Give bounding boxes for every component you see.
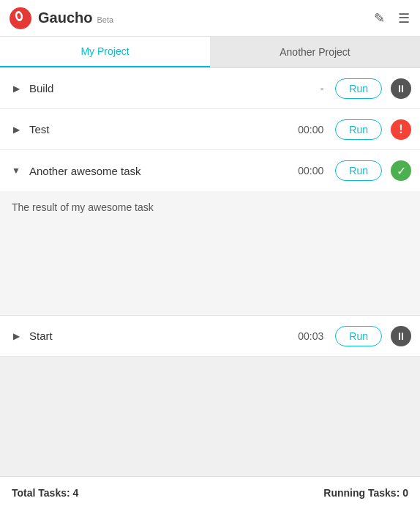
task-row-start: ▶ Start 00:03 Run ⏸: [0, 316, 420, 357]
main-content: ▶ Build - Run ⏸ ▶ Test 00:00 Run ! ▼ Ano…: [0, 68, 420, 476]
run-button-start[interactable]: Run: [335, 326, 382, 346]
task-name-start: Start: [29, 330, 282, 342]
status-icon-test: !: [391, 119, 411, 140]
chevron-another-awesome[interactable]: ▼: [9, 163, 23, 179]
tab-my-project[interactable]: My Project: [0, 37, 210, 67]
task-result-another-awesome: The result of my awesome task: [0, 191, 420, 316]
edit-button[interactable]: ✎: [372, 10, 386, 26]
chevron-start[interactable]: ▶: [9, 328, 23, 344]
run-button-test[interactable]: Run: [335, 119, 382, 140]
chevron-build[interactable]: ▶: [9, 81, 23, 97]
header-icons: ✎ ☰: [372, 10, 411, 26]
task-time-build: -: [288, 83, 323, 94]
content-spacer: [0, 357, 420, 476]
task-time-start: 00:03: [288, 330, 323, 342]
total-tasks-label: Total Tasks: 4: [12, 487, 78, 499]
task-time-test: 00:00: [288, 124, 323, 135]
tab-another-project[interactable]: Another Project: [210, 37, 420, 67]
task-row-build: ▶ Build - Run ⏸: [0, 68, 420, 109]
task-row-another-awesome: ▼ Another awesome task 00:00 Run ✓: [0, 150, 420, 191]
status-icon-build: ⏸: [391, 78, 411, 99]
tabs: My Project Another Project: [0, 37, 420, 68]
beta-badge: Beta: [97, 15, 113, 24]
logo-icon: [9, 7, 32, 30]
task-row-test: ▶ Test 00:00 Run !: [0, 109, 420, 150]
header: Gaucho Beta ✎ ☰: [0, 0, 420, 37]
task-name-build: Build: [29, 82, 282, 94]
run-button-build[interactable]: Run: [335, 78, 382, 99]
menu-button[interactable]: ☰: [397, 10, 411, 26]
running-tasks-label: Running Tasks: 0: [323, 487, 408, 499]
task-name-another-awesome: Another awesome task: [29, 165, 282, 177]
status-icon-another-awesome: ✓: [391, 160, 411, 181]
task-time-another-awesome: 00:00: [288, 165, 323, 177]
chevron-test[interactable]: ▶: [9, 122, 23, 138]
app-title: Gaucho: [38, 10, 92, 26]
status-icon-start: ⏸: [391, 326, 411, 346]
run-button-another-awesome[interactable]: Run: [335, 160, 382, 181]
task-name-test: Test: [29, 123, 282, 135]
footer: Total Tasks: 4 Running Tasks: 0: [0, 476, 420, 509]
